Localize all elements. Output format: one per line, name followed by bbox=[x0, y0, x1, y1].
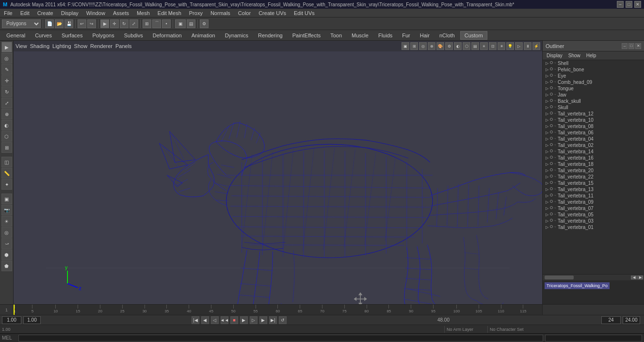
mel-input[interactable] bbox=[18, 335, 543, 342]
next-key-button[interactable]: ▷ bbox=[250, 316, 258, 324]
outliner-content[interactable]: ▷→ Shell ▷→ Pelvic_bone ▷→ Eye ▷→ Comb_h… bbox=[543, 60, 644, 274]
hscroll-thumb[interactable] bbox=[545, 276, 574, 279]
outliner-item-tv18[interactable]: ▷→ Tail_vertebra_18 bbox=[543, 161, 644, 167]
ik-tool[interactable]: ⤻ bbox=[1, 238, 12, 249]
character-set-item[interactable]: Triceratops_Fossil_Walking_Po bbox=[545, 282, 610, 289]
close-button[interactable]: ✕ bbox=[634, 1, 641, 8]
display-settings[interactable]: ⚙ bbox=[200, 19, 209, 28]
mode-dropdown[interactable]: Polygons bbox=[2, 19, 41, 28]
vp-icon-3[interactable]: ◎ bbox=[419, 42, 427, 50]
vp-icon-5[interactable]: 🎨 bbox=[436, 42, 444, 50]
tab-polygons[interactable]: Polygons bbox=[88, 31, 118, 40]
outliner-collapse[interactable]: – bbox=[622, 43, 628, 49]
outliner-item-shell[interactable]: ▷→ Shell bbox=[543, 60, 644, 66]
next-frame-button[interactable]: ▶ bbox=[259, 316, 267, 324]
vp-menu-shading[interactable]: Shading bbox=[30, 43, 49, 49]
outliner-tab-show[interactable]: Show bbox=[566, 52, 582, 59]
outliner-item-jaw[interactable]: ▷→ Jaw bbox=[543, 92, 644, 98]
outliner-close[interactable]: ✕ bbox=[635, 43, 641, 49]
joint-tool[interactable]: ◎ bbox=[1, 227, 12, 238]
outliner-item-tv12[interactable]: ▷→ Tail_vertebra_12 bbox=[543, 111, 644, 117]
vp-icon-10[interactable]: ≡ bbox=[480, 42, 488, 50]
outliner-item-tv20[interactable]: ▷→ Tail_vertebra_20 bbox=[543, 167, 644, 174]
menu-proxy[interactable]: Proxy bbox=[187, 10, 205, 16]
scale-button[interactable]: ⤢ bbox=[1, 98, 12, 108]
minimize-button[interactable]: – bbox=[617, 1, 624, 8]
vp-icon-11[interactable]: ⊡ bbox=[489, 42, 497, 50]
universal-manip[interactable]: ⊕ bbox=[1, 109, 12, 119]
outliner-item-tv13[interactable]: ▷→ Tail_vertebra_13 bbox=[543, 186, 644, 193]
tab-general[interactable]: General bbox=[2, 31, 30, 40]
prev-frame-button[interactable]: ◀ bbox=[201, 316, 209, 324]
snap-curve[interactable]: ⌒ bbox=[152, 19, 161, 28]
tab-subdivs[interactable]: Subdivs bbox=[120, 31, 147, 40]
menu-create[interactable]: Create bbox=[35, 10, 55, 16]
select-tool[interactable]: ▶ bbox=[100, 19, 109, 28]
vp-icon-14[interactable]: ▷ bbox=[515, 42, 523, 50]
outliner-tab-display[interactable]: Display bbox=[545, 52, 564, 59]
play-forward-button[interactable]: ▶ bbox=[240, 316, 248, 324]
maximize-button[interactable]: □ bbox=[626, 1, 632, 8]
open-scene-button[interactable]: 📂 bbox=[55, 19, 64, 28]
tab-toon[interactable]: Toon bbox=[326, 31, 346, 40]
outliner-item-tv15[interactable]: ▷→ Tail_vertebra_15 bbox=[543, 180, 644, 186]
menu-edit-mesh[interactable]: Edit Mesh bbox=[156, 10, 183, 16]
vp-menu-lighting[interactable]: Lighting bbox=[52, 43, 71, 49]
vp-menu-renderer[interactable]: Renderer bbox=[90, 43, 113, 49]
range-start-field[interactable] bbox=[23, 316, 41, 324]
render-region[interactable]: ▣ bbox=[1, 194, 12, 204]
scale-tool[interactable]: ⤢ bbox=[129, 19, 138, 28]
select-mode-button[interactable]: ▶ bbox=[1, 42, 12, 52]
outliner-tab-help[interactable]: Help bbox=[584, 52, 598, 59]
render-button[interactable]: ▣ bbox=[175, 19, 186, 28]
menu-assets[interactable]: Assets bbox=[111, 10, 131, 16]
menu-edit-uvs[interactable]: Edit UVs bbox=[292, 10, 317, 16]
camera-button[interactable]: 📷 bbox=[1, 205, 12, 215]
vp-menu-show[interactable]: Show bbox=[74, 43, 88, 49]
menu-edit[interactable]: Edit bbox=[18, 10, 32, 16]
play-back-button[interactable]: ◄◄ bbox=[221, 316, 228, 324]
outliner-item-tv06[interactable]: ▷→ Tail_vertebra_06 bbox=[543, 130, 644, 136]
outliner-item-tv10[interactable]: ▷→ Tail_vertebra_10 bbox=[543, 117, 644, 123]
vp-icon-2[interactable]: ⊞ bbox=[410, 42, 418, 50]
menu-create-uvs[interactable]: Create UVs bbox=[257, 10, 288, 16]
outliner-item-tv09[interactable]: ▷→ Tail_vertebra_09 bbox=[543, 199, 644, 205]
paint-weights[interactable]: ⬟ bbox=[1, 261, 12, 271]
menu-color[interactable]: Color bbox=[236, 10, 253, 16]
current-frame-field[interactable]: 1.00 bbox=[2, 316, 21, 324]
tab-animation[interactable]: Animation bbox=[187, 31, 220, 40]
outliner-item-tv07[interactable]: ▷→ Tail_vertebra_07 bbox=[543, 205, 644, 212]
outliner-item-eye[interactable]: ▷→ Eye bbox=[543, 73, 644, 79]
soft-mod[interactable]: ◐ bbox=[1, 120, 12, 130]
undo-button[interactable]: ↩ bbox=[78, 19, 86, 28]
outliner-item-tv22[interactable]: ▷→ Tail_vertebra_22 bbox=[543, 174, 644, 180]
lasso-button[interactable]: ◎ bbox=[1, 53, 12, 64]
paint-button[interactable]: ✎ bbox=[1, 64, 12, 75]
move-button[interactable]: ✛ bbox=[1, 75, 12, 86]
timeline-area[interactable]: 1 15101520253035404550556065707580859095… bbox=[0, 304, 644, 315]
end-frame-field[interactable] bbox=[601, 316, 621, 324]
outliner-item-combhead[interactable]: ▷→ Comb_head_09 bbox=[543, 79, 644, 85]
vp-icon-8[interactable]: ⬡ bbox=[463, 42, 470, 50]
3d-viewport[interactable]: y z bbox=[14, 51, 542, 304]
outliner-item-skull[interactable]: ▷→ Skull bbox=[543, 104, 644, 111]
prev-key-button[interactable]: ◁ bbox=[211, 316, 219, 324]
outliner-item-tv11[interactable]: ▷→ Tail_vertebra_11 bbox=[543, 193, 644, 199]
outliner-item-pelvic[interactable]: ▷→ Pelvic_bone bbox=[543, 66, 644, 73]
outliner-item-tv14[interactable]: ▷→ Tail_vertebra_14 bbox=[543, 148, 644, 155]
outliner-item-tv03[interactable]: ▷→ Tail_vertebra_03 bbox=[543, 218, 644, 224]
menu-normals[interactable]: Normals bbox=[209, 10, 232, 16]
show-manip[interactable]: ⊞ bbox=[1, 142, 12, 153]
tab-curves[interactable]: Curves bbox=[31, 31, 56, 40]
outliner-item-backskull[interactable]: ▷→ Back_skull bbox=[543, 98, 644, 104]
new-scene-button[interactable]: 📄 bbox=[45, 19, 54, 28]
menu-mesh[interactable]: Mesh bbox=[135, 10, 152, 16]
vp-icon-16[interactable]: ⚡ bbox=[532, 42, 540, 50]
timeline-ruler[interactable]: 1510152025303540455055606570758085909510… bbox=[14, 305, 542, 315]
tab-fur[interactable]: Fur bbox=[398, 31, 415, 40]
outliner-item-tv08[interactable]: ▷→ Tail_vertebra_08 bbox=[543, 123, 644, 130]
vp-icon-13[interactable]: 💡 bbox=[506, 42, 514, 50]
tab-custom[interactable]: Custom bbox=[460, 31, 487, 40]
tab-dynamics[interactable]: Dynamics bbox=[221, 31, 253, 40]
menu-window[interactable]: Window bbox=[84, 10, 107, 16]
